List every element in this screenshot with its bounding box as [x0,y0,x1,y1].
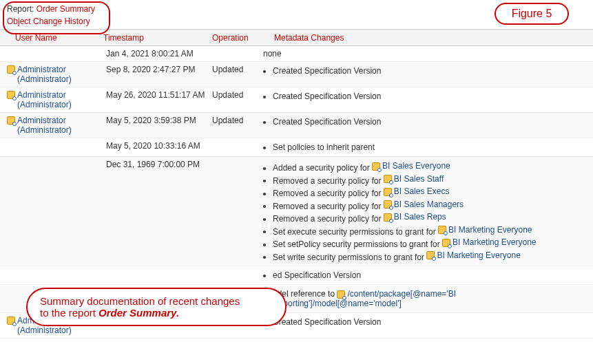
metadata-list: ed Specification Version [260,270,586,280]
group-object-icon [442,239,450,247]
metadata-text: Added a security policy for [273,163,372,173]
metadata-item: Created Specification Version [273,66,586,76]
group-object-icon [438,226,446,234]
metadata-item: odel reference to /content/package[@name… [273,289,586,308]
cell-operation: Updated [212,116,260,125]
group-object-icon [384,200,392,208]
cell-timestamp: May 5, 2020 3:59:38 PM [103,116,212,125]
user-link[interactable]: Administrator [7,65,103,74]
metadata-item: Created Specification Version [273,92,586,101]
metadata-text: Removed a security policy for [273,201,384,211]
cell-metadata: ed Specification Version [260,269,593,281]
table-row: Dec 31, 1969 7:00:00 PMAdded a security … [0,157,593,266]
col-user[interactable]: User Name [0,33,103,43]
metadata-text: Set policies to inherit parent [273,142,375,152]
security-group-link[interactable]: BI Marketing Everyone [438,225,532,235]
metadata-item: Created Specification Version [273,317,586,327]
group-object-icon [384,175,392,183]
cell-metadata: none [260,49,593,58]
metadata-list: Created Specification Version [260,66,586,76]
metadata-item: Removed a security policy for BI Sales S… [273,174,586,186]
metadata-item: Created Specification Version [273,117,586,127]
group-link-text: BI Sales Managers [394,200,464,209]
metadata-item: Set policies to inherit parent [273,142,586,152]
cell-timestamp: Dec 31, 1969 7:00:00 PM [103,160,212,169]
annotation-summary-line2: to the report Order Summary. [40,307,273,319]
metadata-item: Removed a security policy for BI Sales R… [273,212,586,224]
user-link[interactable]: Administrator [7,90,103,100]
metadata-list: Added a security policy for BI Sales Eve… [260,161,586,261]
group-link-text: BI Sales Reps [394,212,446,222]
group-object-icon [384,213,392,222]
user-name: Administrator [17,90,66,100]
metadata-text: Created Specification Version [273,317,381,327]
cell-metadata: odel reference to /content/package[@name… [260,288,593,310]
metadata-text: Removed a security policy for [273,175,384,185]
metadata-text: Set execute security permissions to gran… [273,226,438,236]
metadata-text: Set write security permissions to grant … [273,252,426,261]
metadata-text: Set setPolicy security permissions to gr… [273,239,442,249]
cell-timestamp: Sep 8, 2020 2:47:27 PM [103,65,212,74]
col-metadata[interactable]: Metadata Changes [260,33,593,43]
metadata-text: Created Specification Version [273,92,381,101]
metadata-list: Created Specification Version [260,92,586,101]
col-timestamp[interactable]: Timestamp [103,33,212,43]
group-object-icon [384,188,392,196]
metadata-item: Removed a security policy for BI Sales M… [273,200,586,211]
metadata-item: ed Specification Version [273,270,586,280]
group-object-icon [426,251,435,259]
user-link[interactable]: Administrator [7,116,103,125]
cell-user: Administrator(Administrator) [0,90,103,109]
group-link-text: BI Marketing Everyone [452,237,536,247]
annotation-report-header-circle [3,1,110,34]
metadata-item: Set execute security permissions to gran… [273,225,586,237]
user-subtext: (Administrator) [17,125,103,135]
table-row: Jan 4, 2021 8:00:21 AMnone [0,46,593,62]
security-group-link[interactable]: BI Sales Everyone [372,161,450,171]
user-name: Administrator [17,116,66,125]
user-object-icon [7,317,15,325]
user-object-icon [7,65,15,74]
annotation-summary-bubble: Summary documentation of recent changes … [26,288,287,326]
table-row: May 5, 2020 10:33:16 AMSet policies to i… [0,138,593,157]
security-group-link[interactable]: BI Sales Execs [384,186,450,196]
group-object-icon [372,162,380,171]
table-row: Administrator(Administrator)Sep 8, 2020 … [0,62,593,87]
table-row: ed Specification Version [0,266,593,285]
user-object-icon [7,116,15,125]
annotation-summary-line1: Summary documentation of recent changes [40,295,273,307]
group-link-text: BI Sales Everyone [382,161,450,171]
group-link-text: BI Marketing Everyone [448,225,532,235]
cell-metadata: Created Specification Version [260,65,593,77]
security-group-link[interactable]: BI Marketing Everyone [426,250,520,260]
user-object-icon [7,91,15,99]
metadata-plain: none [260,49,586,58]
cell-timestamp: May 26, 2020 11:51:17 AM [103,90,212,100]
user-name: Administrator [17,65,66,74]
metadata-text: ed Specification Version [273,270,361,280]
metadata-list: Set policies to inherit parent [260,142,586,152]
security-group-link[interactable]: BI Sales Reps [384,212,446,222]
path-object-icon [337,290,345,299]
metadata-item: Removed a security policy for BI Sales E… [273,186,586,198]
figure-text: Figure 5 [512,8,552,20]
security-group-link[interactable]: BI Sales Staff [384,174,444,184]
metadata-text: Removed a security policy for [273,189,384,198]
security-group-link[interactable]: BI Marketing Everyone [442,237,536,247]
group-link-text: BI Sales Execs [394,186,450,196]
security-group-link[interactable]: BI Sales Managers [384,200,464,209]
metadata-list: odel reference to /content/package[@name… [260,289,586,308]
metadata-list: Created Specification Version [260,317,586,327]
cell-operation: Updated [212,90,260,100]
metadata-text: Created Specification Version [273,66,381,76]
annotation-figure-label: Figure 5 [495,3,569,25]
metadata-list: Created Specification Version [260,117,586,127]
table-row: Administrator(Administrator)May 5, 2020 … [0,113,593,138]
col-operation[interactable]: Operation [212,33,260,43]
cell-metadata: Created Specification Version [260,90,593,103]
cell-metadata: Set policies to inherit parent [260,141,593,153]
metadata-item: Set write security permissions to grant … [273,250,586,262]
cell-timestamp: May 5, 2020 10:33:16 AM [103,141,212,151]
user-subtext: (Administrator) [17,325,103,335]
user-subtext: (Administrator) [17,74,103,84]
